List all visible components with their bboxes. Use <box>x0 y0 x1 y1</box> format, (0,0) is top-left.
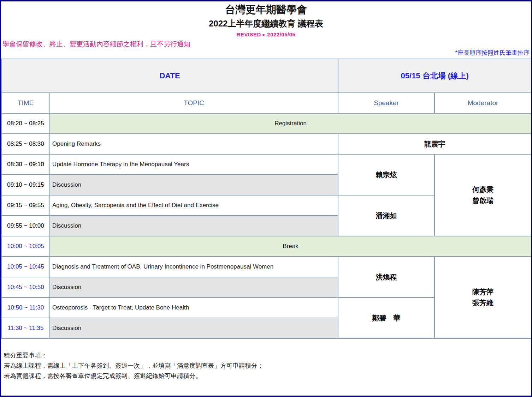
topic-cell-break: Break <box>50 236 531 257</box>
credit-notes-heading: 積分重要事項： <box>4 350 531 361</box>
page-header: 台灣更年期醫學會 2022上半年度繼續教育 議程表 REVISED ▸ 2022… <box>1 3 531 59</box>
time-cell: 11:30 ~ 11:35 <box>1 318 50 338</box>
topic-cell: Update Hormone Therapy in the Menopausal… <box>50 154 338 175</box>
table-row-opening-remarks: 08:25 ~ 08:30 Opening Remarks 龍震宇 <box>1 134 531 154</box>
topic-cell: Diagnosis and Treatment of OAB, Urinary … <box>50 257 338 277</box>
speaker-cell-opening: 龍震宇 <box>338 134 531 154</box>
agenda-table: DATE 05/15 台北場 (線上) TIME TOPIC Speaker M… <box>1 59 532 339</box>
time-cell: 08:30 ~ 09:10 <box>1 154 50 175</box>
topic-cell-registration: Registration <box>50 113 531 134</box>
session-header-cell: 05/15 台北場 (線上) <box>338 59 531 93</box>
speaker-cell: 賴宗炫 <box>338 154 435 195</box>
disclaimer-note: 學會保留修改、終止、變更活動內容細節之權利，且不另行通知 <box>2 40 530 48</box>
topic-cell: Opening Remarks <box>50 134 338 154</box>
topic-column-header: TOPIC <box>50 93 338 113</box>
speaker-cell: 潘湘如 <box>338 195 435 236</box>
table-row-break: 10:00 ~ 10:05 Break <box>1 236 531 257</box>
table-row-date-header: DATE 05/15 台北場 (線上) <box>1 59 531 93</box>
moderator-cell-late: 陳芳萍 張芳維 <box>435 257 531 338</box>
topic-cell-discussion: Discussion <box>50 216 338 236</box>
moderator-name: 何彥秉 <box>437 184 529 195</box>
moderator-name: 曾啟瑞 <box>437 195 529 206</box>
topic-cell: Osteoporosis - Target to Treat, Update B… <box>50 297 338 318</box>
table-row-oab: 10:05 ~ 10:45 Diagnosis and Treatment of… <box>1 257 531 277</box>
topic-cell-discussion: Discussion <box>50 175 338 195</box>
time-cell: 09:55 ~ 10:00 <box>1 216 50 236</box>
topic-cell-discussion: Discussion <box>50 318 338 338</box>
moderator-name: 張芳維 <box>437 297 529 308</box>
time-cell: 10:45 ~ 10:50 <box>1 277 50 297</box>
moderator-name: 陳芳萍 <box>437 287 529 297</box>
agenda-page: 台灣更年期醫學會 2022上半年度繼續教育 議程表 REVISED ▸ 2022… <box>0 0 532 397</box>
time-cell: 10:50 ~ 11:30 <box>1 297 50 318</box>
page-title: 台灣更年期醫學會 <box>2 3 530 16</box>
page-subtitle: 2022上半年度繼續教育 議程表 <box>2 19 530 29</box>
time-cell: 08:20 ~ 08:25 <box>1 113 50 134</box>
moderator-cell-morning: 何彥秉 曾啟瑞 <box>435 154 531 236</box>
speaker-column-header: Speaker <box>338 93 435 113</box>
moderator-column-header: Moderator <box>435 93 531 113</box>
credit-notes: 積分重要事項： 若為線上課程，需線上「上下午各簽到、簽退一次」，並填寫「滿意度調… <box>1 339 531 381</box>
table-row-column-headers: TIME TOPIC Speaker Moderator <box>1 93 531 113</box>
topic-cell-discussion: Discussion <box>50 277 338 297</box>
time-cell: 10:00 ~ 10:05 <box>1 236 50 257</box>
sort-order-note: *座長順序按照姓氏筆畫排序 <box>2 49 530 56</box>
time-cell: 09:10 ~ 09:15 <box>1 175 50 195</box>
time-column-header: TIME <box>1 93 50 113</box>
speaker-cell: 鄭碧 華 <box>338 297 435 338</box>
time-cell: 10:05 ~ 10:45 <box>1 257 50 277</box>
topic-cell: Aging, Obesity, Sarcopenia and the Effec… <box>50 195 338 216</box>
table-row-hormone-therapy: 08:30 ~ 09:10 Update Hormone Therapy in … <box>1 154 531 175</box>
credit-notes-line: 若為線上課程，需線上「上下午各簽到、簽退一次」，並填寫「滿意度調查表」方可申請積… <box>4 361 531 371</box>
table-row-registration: 08:20 ~ 08:25 Registration <box>1 113 531 134</box>
time-cell: 08:25 ~ 08:30 <box>1 134 50 154</box>
date-header-cell: DATE <box>1 59 338 93</box>
speaker-cell: 洪煥程 <box>338 257 435 297</box>
revised-date: REVISED ▸ 2022/05/05 <box>2 31 530 38</box>
time-cell: 09:15 ~ 09:55 <box>1 195 50 216</box>
credit-notes-line: 若為實體課程，需按各審查單位規定完成簽到、簽退紀錄始可申請積分。 <box>4 371 531 381</box>
